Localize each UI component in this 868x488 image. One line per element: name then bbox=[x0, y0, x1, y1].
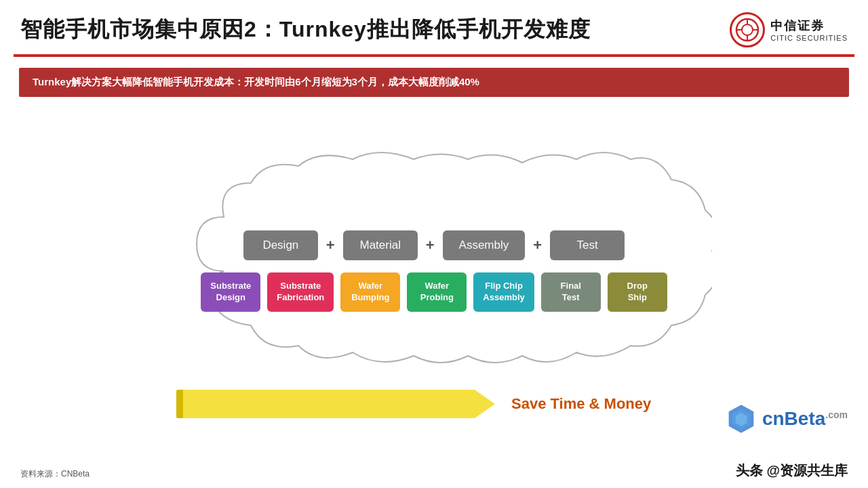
cloud-diagram: Design + Material + Assembly + Test Subs… bbox=[156, 146, 712, 396]
cnbeta-hex-icon bbox=[724, 402, 758, 436]
arrow-label: Save Time & Money bbox=[511, 395, 651, 413]
header: 智能手机市场集中原因2：Turnkey推出降低手机开发难度 中信证券 CITIC… bbox=[0, 0, 868, 54]
logo-en-text: CITIC SECURITIES bbox=[770, 34, 848, 42]
step-test: Test bbox=[550, 230, 625, 260]
logo-area: 中信证券 CITIC SECURITIES bbox=[730, 12, 848, 47]
plus-2: + bbox=[423, 237, 437, 254]
step-material: Material bbox=[343, 230, 418, 260]
svg-point-1 bbox=[742, 24, 753, 35]
red-divider bbox=[14, 54, 854, 57]
cloud-inner: Design + Material + Assembly + Test Subs… bbox=[156, 146, 712, 396]
logo-cn-text: 中信证券 bbox=[770, 18, 825, 34]
arrow-body bbox=[183, 390, 495, 418]
footer: 资料来源：CNBeta 头条 @资源共生库 bbox=[0, 456, 868, 488]
page: 智能手机市场集中原因2：Turnkey推出降低手机开发难度 中信证券 CITIC… bbox=[0, 0, 868, 488]
step-wafer-probing: WaferProbing bbox=[407, 272, 467, 312]
arrow-container bbox=[176, 390, 495, 418]
step-wafer-bumping: WaferBumping bbox=[340, 272, 400, 312]
step-final-test: FinalTest bbox=[541, 272, 601, 312]
banner: Turnkey解决方案大幅降低智能手机开发成本：开发时间由6个月缩短为3个月，成… bbox=[19, 68, 849, 97]
footer-watermark: 头条 @资源共生库 bbox=[736, 462, 848, 480]
logo-text: 中信证券 CITIC SECURITIES bbox=[770, 18, 848, 42]
cnbeta-logo: cnBeta.com bbox=[724, 402, 848, 436]
cnbeta-com: .com bbox=[825, 409, 848, 420]
arrow-area: Save Time & Money bbox=[156, 390, 712, 418]
step-drop-ship: DropShip bbox=[608, 272, 667, 312]
logo-icon bbox=[730, 12, 765, 47]
arrow-bar bbox=[176, 390, 183, 418]
cnbeta-area: cnBeta.com bbox=[724, 402, 848, 436]
footer-source: 资料来源：CNBeta bbox=[20, 468, 90, 480]
step-flip-chip-assembly: Flip ChipAssembly bbox=[473, 272, 534, 312]
step-design: Design bbox=[243, 230, 318, 260]
plus-3: + bbox=[530, 237, 545, 254]
step-substrate-design: SubstrateDesign bbox=[201, 272, 260, 312]
step-substrate-fabrication: SubstrateFabrication bbox=[267, 272, 334, 312]
top-steps-row: Design + Material + Assembly + Test bbox=[243, 230, 625, 260]
cnbeta-name: cnBeta.com bbox=[762, 408, 848, 430]
page-title: 智能手机市场集中原因2：Turnkey推出降低手机开发难度 bbox=[20, 15, 591, 45]
plus-1: + bbox=[323, 237, 338, 254]
main-content: Design + Material + Assembly + Test Subs… bbox=[0, 108, 868, 456]
step-assembly: Assembly bbox=[443, 230, 526, 260]
banner-text: Turnkey解决方案大幅降低智能手机开发成本：开发时间由6个月缩短为3个月，成… bbox=[33, 76, 479, 87]
color-steps-row: SubstrateDesign SubstrateFabrication Waf… bbox=[201, 272, 667, 312]
